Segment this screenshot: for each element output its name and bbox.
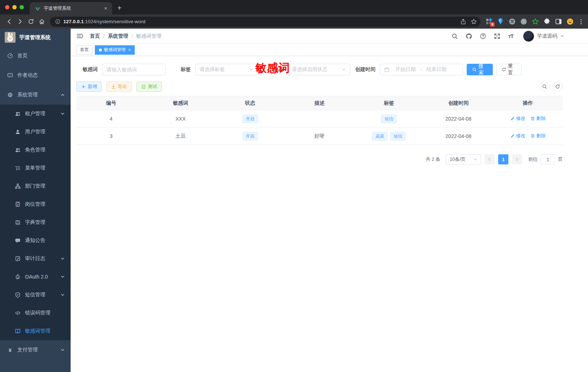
info-icon[interactable] xyxy=(55,19,60,24)
sidebar-item-敏感词管理[interactable]: 敏感词管理 xyxy=(0,322,71,340)
sidebar-item-系统管理[interactable]: 系统管理 xyxy=(0,85,71,105)
sidebar-item-审计日志[interactable]: 审计日志 xyxy=(0,250,71,268)
fullscreen-icon[interactable] xyxy=(494,33,500,39)
search-button[interactable]: 搜索 xyxy=(467,64,493,75)
sidebar-item-支付管理[interactable]: ¥支付管理 xyxy=(0,340,71,360)
minimize-window-button[interactable] xyxy=(12,5,17,9)
side-panel-icon[interactable] xyxy=(555,18,562,25)
browser-menu-icon[interactable] xyxy=(578,18,584,25)
search-icon[interactable] xyxy=(452,33,458,39)
edit-button[interactable]: 修改 xyxy=(510,115,525,122)
address-bar[interactable]: 127.0.0.1:1024/system/sensitive-word xyxy=(50,17,480,27)
status-select-placeholder: 请选择启用状态 xyxy=(292,66,327,73)
share-icon[interactable] xyxy=(460,18,466,25)
sidebar-item-菜单管理[interactable]: 菜单管理 xyxy=(0,159,71,177)
edit-button[interactable]: 修改 xyxy=(510,133,525,139)
document-check-icon xyxy=(141,84,146,89)
sidebar-item-label: OAuth 2.0 xyxy=(25,274,48,280)
gear-icon xyxy=(7,92,13,98)
chevron-up-icon xyxy=(60,93,65,97)
delete-button[interactable]: 删除 xyxy=(530,133,546,139)
keyword-input[interactable] xyxy=(106,67,161,72)
date-range-picker[interactable]: 开始日期 - 结束日期 xyxy=(380,64,463,75)
bookmark-star-icon[interactable] xyxy=(471,18,477,25)
green-star-icon[interactable] xyxy=(532,18,539,25)
new-tab-button[interactable]: + xyxy=(117,4,122,12)
sidebar-logo[interactable]: 芋道管理系统 xyxy=(0,29,71,46)
page-size-select[interactable]: 10条/页 xyxy=(446,154,481,164)
sidebar-item-label: 错误码管理 xyxy=(25,310,50,316)
export-button[interactable]: 导出 xyxy=(106,81,132,92)
sidebar-item-通知公告[interactable]: 通知公告 xyxy=(0,231,71,250)
breadcrumb-item[interactable]: 系统管理 xyxy=(108,33,128,39)
reload-button[interactable] xyxy=(25,16,36,27)
sidebar-item-角色管理[interactable]: 角色管理 xyxy=(0,141,71,159)
sidebar-item-label: 首页 xyxy=(17,53,28,59)
tag-chip: 蔬菜 xyxy=(372,132,388,141)
add-button[interactable]: 新增 xyxy=(76,81,102,92)
sidebar-item-字典管理[interactable]: 字典管理 xyxy=(0,213,71,231)
sidebar-item-OAuth 2.0[interactable]: OAuth 2.0 xyxy=(0,268,71,286)
back-icon xyxy=(6,18,12,25)
home-button[interactable] xyxy=(36,16,47,27)
puzzle-icon[interactable] xyxy=(543,18,550,25)
tab-close-icon[interactable]: × xyxy=(128,47,131,53)
grid-badge-icon[interactable]: 9 xyxy=(486,18,492,25)
profile-emoji-icon[interactable] xyxy=(567,18,574,25)
sidebar-item-短信管理[interactable]: 短信管理 xyxy=(0,286,71,304)
tab-sensitive-word[interactable]: 敏感词管理 × xyxy=(95,45,135,55)
help-icon[interactable] xyxy=(480,33,486,39)
users-icon xyxy=(15,147,21,153)
breadcrumb-item[interactable]: 首页 xyxy=(90,33,100,39)
goto-page-input[interactable] xyxy=(541,154,555,164)
toggle-search-button[interactable] xyxy=(539,81,550,92)
sidebar-item-作者动态[interactable]: 作者动态 xyxy=(0,66,71,85)
chevron-down-icon xyxy=(474,158,478,162)
sidebar-item-label: 用户管理 xyxy=(25,129,45,135)
tab-close-icon[interactable]: × xyxy=(103,5,109,11)
sidebar-item-用户管理[interactable]: 用户管理 xyxy=(0,123,71,141)
user-menu[interactable]: 芋道源码 xyxy=(523,31,564,42)
browser-tab[interactable]: 芋道管理系统 × xyxy=(30,2,112,14)
zoom-window-button[interactable] xyxy=(20,5,24,9)
sidebar-item-部门管理[interactable]: 部门管理 xyxy=(0,177,71,195)
badge-icon xyxy=(15,201,21,207)
plus-icon xyxy=(81,84,86,89)
date-separator: - xyxy=(420,67,422,72)
next-page-button[interactable] xyxy=(512,154,522,164)
refresh-table-button[interactable] xyxy=(553,81,563,92)
back-button[interactable] xyxy=(4,16,14,27)
chevron-down-icon xyxy=(60,112,65,116)
sidebar-item-label: 短信管理 xyxy=(25,292,45,298)
sidebar-item-错误码管理[interactable]: 错误码管理 xyxy=(0,304,71,322)
current-page-button[interactable]: 1 xyxy=(498,154,508,164)
sidebar-menu: 首页作者动态系统管理租户管理用户管理角色管理菜单管理部门管理岗位管理字典管理通知… xyxy=(0,46,71,372)
tag-label: 标签 xyxy=(181,66,191,73)
prev-page-button[interactable] xyxy=(484,154,495,164)
shield-icon xyxy=(15,292,21,298)
status-select[interactable]: 请选择启用状态 xyxy=(287,64,350,75)
filter-form: 敏感词 标签 请选择标签 状态 请选择启用状态 xyxy=(76,64,563,75)
collapse-sidebar-icon[interactable] xyxy=(76,33,83,39)
forward-button[interactable] xyxy=(14,16,25,27)
font-size-icon[interactable]: тT xyxy=(508,33,513,39)
cell-create-time: 2022-04-08 xyxy=(424,128,493,145)
close-window-button[interactable] xyxy=(5,5,9,9)
sidebar-item-租户管理[interactable]: 租户管理 xyxy=(0,105,71,123)
test-button[interactable]: 测试 xyxy=(136,81,162,92)
tag-select[interactable]: 请选择标签 xyxy=(195,64,258,75)
kite-icon[interactable] xyxy=(497,18,504,25)
tab-home[interactable]: 首页 xyxy=(76,45,93,55)
reset-button[interactable]: 重置 xyxy=(496,64,522,75)
chevron-down-icon xyxy=(60,293,65,297)
github-icon[interactable] xyxy=(466,33,472,39)
sidebar-item-岗位管理[interactable]: 岗位管理 xyxy=(0,195,71,213)
date-end-placeholder: 结束日期 xyxy=(424,66,449,73)
record-circle-icon[interactable] xyxy=(520,18,527,25)
date-label: 创建时间 xyxy=(355,66,375,73)
status-tag: 开启 xyxy=(242,114,258,123)
sidebar-item-首页[interactable]: 首页 xyxy=(0,46,71,66)
command-circle-icon[interactable]: ⌘ xyxy=(509,18,516,25)
forward-icon xyxy=(17,18,23,25)
delete-button[interactable]: 删除 xyxy=(530,115,546,122)
